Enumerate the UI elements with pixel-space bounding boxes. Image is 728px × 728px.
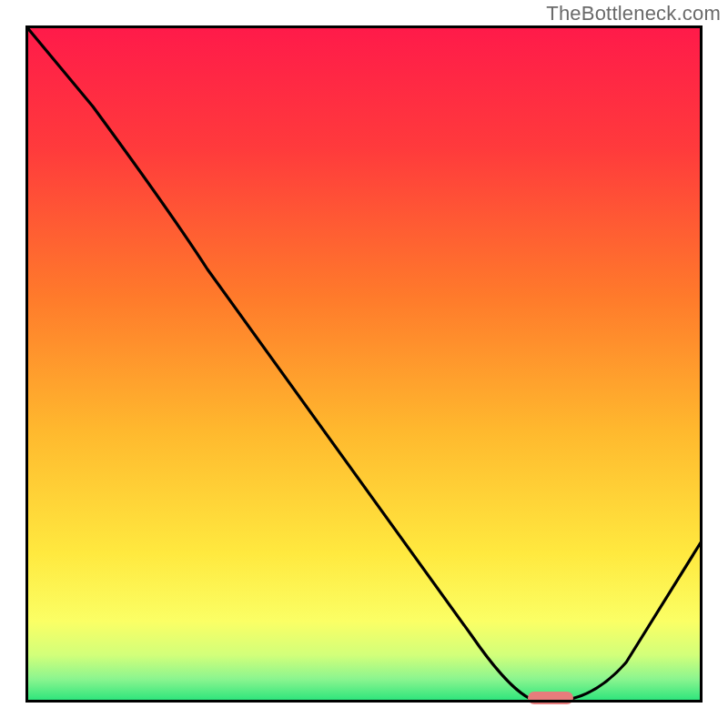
bottleneck-curve (25, 25, 703, 703)
chart-container: TheBottleneck.com (0, 0, 728, 728)
watermark-text: TheBottleneck.com (546, 2, 721, 25)
plot-area (25, 25, 703, 703)
optimum-marker (528, 692, 573, 704)
